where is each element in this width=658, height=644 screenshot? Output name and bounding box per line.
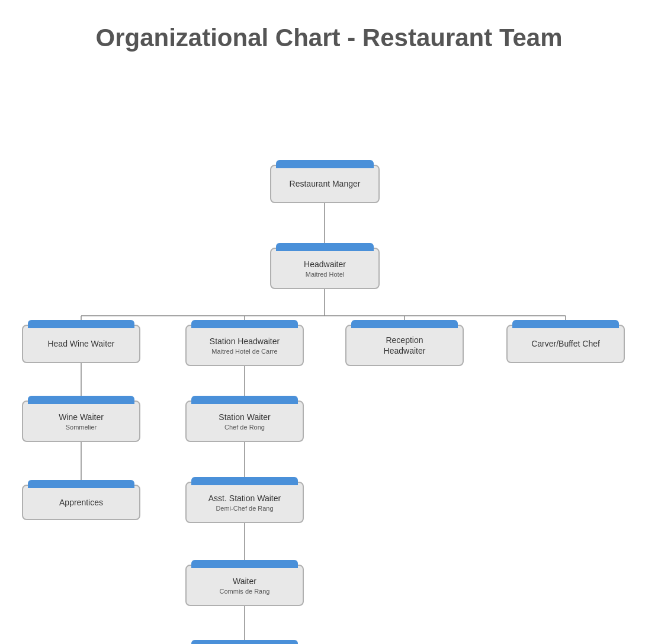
node-waiter: Waiter Commis de Rang (185, 565, 304, 606)
node-carver-buffet-chef: Carver/Buffet Chef (506, 325, 625, 363)
page-title: Organizational Chart - Restaurant Team (0, 0, 658, 70)
node-asst-station-waiter-subtitle: Demi-Chef de Rang (216, 505, 273, 512)
node-wine-waiter: Wine Waiter Sommelier (22, 401, 140, 442)
node-restaurant-manager-title: Restaurant Manger (290, 178, 361, 189)
node-apprentices-1-title: Apprentices (59, 497, 103, 508)
node-station-headwaiter-title: Station Headwaiter (210, 336, 280, 347)
node-wine-waiter-subtitle: Sommelier (66, 424, 97, 431)
node-reception-headwaiter: Reception Headwaiter (345, 325, 464, 366)
node-station-waiter-subtitle: Chef de Rong (224, 424, 265, 431)
node-head-wine-waiter: Head Wine Waiter (22, 325, 140, 363)
node-carver-buffet-chef-title: Carver/Buffet Chef (531, 338, 600, 349)
node-headwaiter-subtitle: Maitred Hotel (306, 271, 344, 278)
node-waiter-title: Waiter (233, 576, 256, 587)
node-asst-station-waiter-title: Asst. Station Waiter (208, 493, 281, 504)
node-wine-waiter-title: Wine Waiter (59, 412, 104, 422)
node-asst-station-waiter: Asst. Station Waiter Demi-Chef de Rang (185, 482, 304, 523)
node-restaurant-manager: Restaurant Manger (270, 165, 380, 203)
node-headwaiter: Headwaiter Maitred Hotel (270, 248, 380, 289)
node-apprentices-1: Apprentices (22, 485, 140, 520)
node-waiter-subtitle: Commis de Rang (220, 588, 270, 595)
node-headwaiter-title: Headwaiter (304, 259, 346, 270)
node-reception-headwaiter-title: Reception Headwaiter (384, 335, 426, 356)
node-station-waiter: Station Waiter Chef de Rong (185, 401, 304, 442)
node-station-waiter-title: Station Waiter (219, 412, 270, 422)
node-head-wine-waiter-title: Head Wine Waiter (47, 338, 114, 349)
node-station-headwaiter: Station Headwaiter Maitred Hotel de Carr… (185, 325, 304, 366)
node-station-headwaiter-subtitle: Maitred Hotel de Carre (211, 348, 277, 355)
